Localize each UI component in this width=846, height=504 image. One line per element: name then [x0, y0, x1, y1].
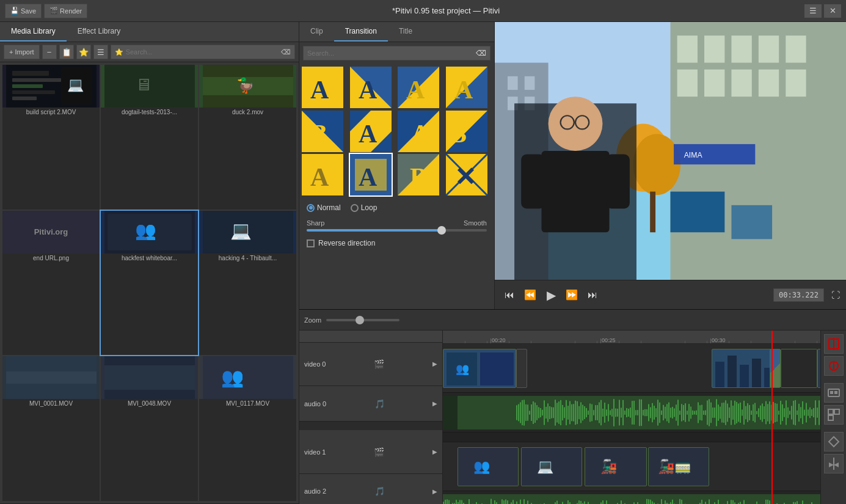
svg-rect-191 [646, 409, 647, 416]
tab-effect-library[interactable]: Effect Library [67, 22, 131, 42]
list-item[interactable]: MVI_0048.MOV [101, 356, 198, 501]
audio-waveform-2[interactable] [443, 494, 820, 504]
transition-item[interactable]: B [398, 154, 439, 195]
step-forward-button[interactable]: ⏩ [563, 287, 580, 304]
clip-block[interactable]: 🚂 [585, 447, 647, 486]
expand-video1-button[interactable]: ▶ [432, 448, 437, 455]
filter-button[interactable]: ⭐ [76, 45, 91, 59]
clip-block[interactable] [712, 349, 773, 388]
skip-to-start-button[interactable]: ⏮ [501, 287, 518, 304]
list-item[interactable]: 👥 hackfest whiteboar... [101, 211, 198, 356]
clip-block[interactable]: 👥 [458, 447, 519, 486]
media-search-input[interactable] [126, 48, 279, 56]
transition-item[interactable]: A [302, 67, 343, 108]
transition-search-input[interactable] [307, 49, 476, 57]
sharpness-slider[interactable] [307, 229, 487, 232]
play-pause-button[interactable]: ▶ [542, 287, 560, 304]
svg-rect-123 [522, 400, 523, 425]
ungroup-tool-button[interactable] [824, 405, 844, 425]
save-button[interactable]: 💾 Save [5, 4, 42, 18]
transition-item[interactable]: A [398, 67, 439, 108]
expand-audio0-button[interactable]: ▶ [432, 400, 437, 407]
transition-preview: A [398, 67, 439, 108]
group-tool-button[interactable] [824, 383, 844, 403]
split-button[interactable] [824, 454, 844, 473]
reverse-checkbox[interactable] [307, 239, 315, 247]
loop-radio[interactable]: Loop [351, 203, 377, 212]
remove-button[interactable]: − [42, 45, 57, 59]
transition-item[interactable]: B [302, 111, 343, 152]
clip-block[interactable]: 👥 [443, 349, 516, 388]
svg-rect-219 [698, 402, 699, 423]
track-row-video1[interactable]: 👥 💻 🚂 [443, 442, 820, 491]
tab-title[interactable]: Title [388, 22, 423, 42]
list-item[interactable]: 🦆 duck 2.mov [199, 65, 296, 210]
expand-audio2-button[interactable]: ▶ [432, 488, 437, 495]
svg-rect-152 [575, 401, 576, 425]
audio-waveform[interactable]: // waveform will be generated by JS (fun… [516, 396, 820, 429]
transition-item[interactable]: ✕ [446, 154, 487, 195]
transition-item[interactable]: A [350, 111, 392, 152]
list-item[interactable]: 🖥 dogtail-tests-2013-... [101, 65, 198, 210]
tab-clip[interactable]: Clip [299, 22, 334, 42]
audio-clip[interactable] [458, 396, 516, 429]
svg-rect-193 [650, 407, 651, 418]
clip-block[interactable] [817, 349, 820, 388]
expand-video0-button[interactable]: ▶ [432, 360, 437, 367]
skip-to-end-button[interactable]: ⏭ [584, 287, 601, 304]
clip-block[interactable] [781, 349, 817, 388]
clip-block[interactable] [516, 349, 527, 388]
transition-item[interactable]: A [350, 67, 392, 108]
transition-item[interactable]: B [446, 111, 487, 152]
svg-rect-259 [771, 405, 772, 421]
clear-transition-search-icon[interactable]: ⌫ [476, 49, 486, 57]
track-row-audio0[interactable]: // waveform will be generated by JS (fun… [443, 393, 820, 433]
step-back-button[interactable]: ⏪ [522, 287, 539, 304]
reverse-direction-row[interactable]: Reverse direction [307, 239, 487, 247]
svg-rect-4 [12, 90, 55, 94]
import-button[interactable]: + Import [4, 45, 40, 59]
svg-rect-643 [652, 502, 653, 504]
track-row-audio2[interactable] [443, 491, 820, 504]
list-view-button[interactable]: ☰ [93, 45, 108, 59]
clear-search-icon[interactable]: ⌫ [281, 48, 291, 56]
transition-item[interactable]: A [302, 154, 343, 195]
list-item[interactable]: 💻 hacking 4 - Thibault... [199, 211, 296, 356]
transition-search-field[interactable]: ⌫ [303, 46, 490, 60]
render-button[interactable]: 🎬 Render [44, 4, 87, 18]
svg-rect-228 [714, 407, 715, 418]
keyframe-button[interactable] [824, 432, 844, 451]
clip-info-button[interactable]: 📋 [59, 45, 74, 59]
zoom-slider[interactable] [326, 319, 399, 321]
transition-item[interactable]: A [398, 111, 439, 152]
slider-thumb[interactable] [437, 226, 446, 235]
tab-transition[interactable]: Transition [334, 22, 388, 42]
tab-media-library[interactable]: Media Library [0, 22, 67, 42]
normal-radio[interactable]: Normal [307, 203, 341, 212]
clip-block[interactable]: 💻 [521, 447, 582, 486]
track-row-video0[interactable]: 👥 [443, 344, 820, 393]
clip-block-transition[interactable] [770, 349, 781, 388]
svg-rect-129 [533, 401, 534, 424]
menu-button[interactable]: ☰ [804, 4, 822, 18]
svg-rect-213 [687, 411, 688, 414]
svg-text:✕: ✕ [454, 163, 476, 191]
list-item[interactable]: 👥 MVI_0117.MOV [199, 356, 296, 501]
transition-item[interactable]: A [446, 67, 487, 108]
list-item[interactable]: 💻 build script 2.MOV [2, 65, 100, 210]
audio-clip[interactable] [443, 396, 458, 429]
tracks-scroll[interactable]: 00:20 00:25 00:30 00:35 00:40 00:45 [443, 331, 820, 504]
svg-rect-171 [610, 411, 611, 415]
list-item[interactable]: MVI_0001.MOV [2, 356, 100, 501]
clip-block[interactable]: 🚂🚃 [648, 447, 709, 486]
snap-tool-button[interactable] [824, 334, 844, 354]
fullscreen-button[interactable]: ⛶ [831, 290, 840, 300]
media-search-field[interactable]: ⭐ ⌫ [111, 45, 295, 59]
zoom-thumb[interactable] [356, 316, 364, 324]
ripple-tool-button[interactable] [824, 356, 844, 376]
svg-rect-561 [501, 499, 503, 504]
list-item[interactable]: Pitivi.org end URL.png [2, 211, 100, 356]
transition-item[interactable]: A [350, 154, 392, 195]
close-button[interactable]: ✕ [824, 4, 841, 18]
media-item-label: duck 2.mov [199, 108, 296, 117]
